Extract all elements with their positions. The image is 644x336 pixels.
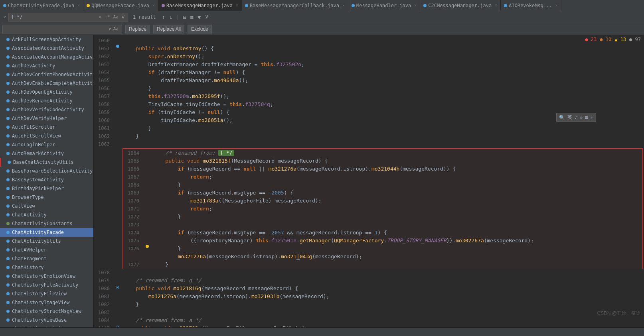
line-content: }: [151, 213, 642, 221]
sidebar-item-label: AutoLoginHelper: [12, 142, 55, 147]
sidebar-item-associatedaccount[interactable]: AssociatedAccountActivity: [0, 44, 93, 53]
line-number: 1062: [94, 132, 114, 140]
exclude-button[interactable]: Exclude: [188, 25, 212, 33]
filter-icon[interactable]: ⊻: [203, 14, 210, 20]
tab-close-icon[interactable]: ×: [236, 3, 238, 8]
next-result-btn[interactable]: ↓: [168, 14, 174, 20]
code-line-1069: 1069 if (messageRecord.msgtype == -2005)…: [123, 189, 642, 197]
tab-basemessagemanagercallback[interactable]: BaseMessageManagerCallback.java ×: [242, 0, 348, 11]
tab-messagehandler[interactable]: MessageHandler.java ×: [348, 0, 420, 11]
search-toggle-icon[interactable]: ⌕: [2, 14, 7, 20]
sidebar-item-birthdaypick[interactable]: BirthdayPickHelper: [0, 184, 93, 193]
sidebar-item-baseforward[interactable]: BaseForwardSelectionActivity: [0, 167, 93, 175]
input-arrow[interactable]: »: [580, 115, 583, 120]
case-preserve-icon[interactable]: Aa: [113, 26, 119, 31]
input-music[interactable]: ♪: [575, 115, 577, 120]
prev-result-btn[interactable]: ↑: [160, 14, 166, 20]
sidebar-item-autoremark[interactable]: AutoRemarkActivity: [0, 149, 93, 158]
sidebar-item-label: ChatActivity: [12, 212, 47, 218]
line-number: 1052: [94, 53, 114, 61]
sidebar-item-callview[interactable]: CallView: [0, 202, 93, 210]
search-input[interactable]: [11, 14, 97, 20]
sidebar-item-autologin[interactable]: AutoLoginHelper: [0, 140, 93, 149]
sidebar-item-chathistoryfile-activity[interactable]: ChatHistoryFileActivity: [0, 281, 93, 289]
line-content: TinyIdCache tinyIdCache = this.f327504q;: [122, 100, 644, 108]
watermark: CSDN @开始、征途: [597, 310, 641, 317]
sidebar-dot: [6, 318, 10, 322]
warning-count: ● 10: [600, 37, 611, 42]
tab-close-icon[interactable]: ×: [342, 3, 345, 8]
sidebar-item-chathistoryemotion[interactable]: ChatHistoryEmotionView: [0, 272, 93, 281]
tab-label: BaseMessageManager.java: [166, 3, 233, 8]
input-english[interactable]: 英: [567, 114, 572, 121]
sidebar-item-basesystem[interactable]: BaseSystemActivity: [0, 175, 93, 184]
line-number: 1073: [123, 221, 143, 229]
sidebar-item-chatactivity[interactable]: ChatActivity: [0, 210, 93, 219]
sidebar-item-chatfragment[interactable]: ChatFragment: [0, 254, 93, 263]
tab-close-icon[interactable]: ×: [555, 3, 558, 8]
sidebar-item-chathistoryviewbase[interactable]: ChatHistoryViewBase: [0, 316, 93, 324]
tab-close-icon[interactable]: ×: [77, 3, 80, 8]
sidebar-item-label: AutoFitScrollView: [12, 133, 61, 139]
replace-button[interactable]: Replace: [125, 25, 150, 33]
sidebar-dot: [6, 169, 10, 173]
line-content: }: [151, 245, 642, 253]
sidebar-item-authdevverifycode[interactable]: AuthDevVerifyCodeActivity: [0, 105, 93, 114]
sidebar-item-autofitscrollview[interactable]: AutoFitScrollView: [0, 132, 93, 140]
sidebar-item-basechat[interactable]: BaseChatActivityUtils: [0, 158, 93, 167]
clear-search-icon[interactable]: ×: [98, 14, 103, 20]
replace-input[interactable]: [5, 26, 108, 32]
word-icon[interactable]: W: [121, 14, 125, 20]
sidebar-item-chathistory[interactable]: ChatHistory: [0, 263, 93, 272]
close-search-btn[interactable]: ▼: [196, 14, 202, 20]
sidebar-item-chathistorystruct[interactable]: ChatHistoryStructMsgView: [0, 307, 93, 316]
input-chinese[interactable]: 🔍: [559, 115, 565, 120]
sidebar-item-chatactivityutils[interactable]: ChatActivityUtils: [0, 237, 93, 246]
tab-close-icon[interactable]: ×: [414, 3, 417, 8]
replace-toggle-icon[interactable]: ↺: [108, 26, 113, 31]
sidebar-item-chatactivityfacade[interactable]: ChatActivityFacade: [0, 228, 93, 237]
regex-icon[interactable]: .*: [104, 14, 111, 20]
input-up[interactable]: ↑: [591, 115, 593, 120]
sidebar-item-authdevverifyhelper[interactable]: AuthDevVerifyHelper: [0, 114, 93, 123]
tab-chatactivityfacade[interactable]: ChatActivityFacade.java ×: [0, 0, 83, 11]
code-line-1072: 1072 }: [123, 213, 642, 221]
tab-basemessagemanager[interactable]: BaseMessageManager.java ×: [158, 0, 242, 11]
line-content: }: [122, 132, 644, 140]
sidebar-item-chatsetting[interactable]: ChatSettingActivity: [0, 324, 93, 327]
sidebar-item-chatactivityconstants[interactable]: ChatActivityConstants: [0, 219, 93, 228]
tab-close-icon[interactable]: ×: [495, 3, 497, 8]
sidebar-item-authdevconfirm[interactable]: AuthDevConfirmPhoneNoActivity: [0, 70, 93, 79]
line-number: 1063: [94, 140, 114, 148]
sidebar-item-label: BirthdayPickHelper: [12, 186, 64, 191]
sidebar-item-authdev[interactable]: AuthDevActivity: [0, 61, 93, 70]
sidebar-dot: [6, 310, 10, 313]
replace-all-button[interactable]: Replace All: [153, 25, 184, 33]
input-keyboard[interactable]: ⊞: [585, 115, 588, 120]
sidebar-item-chathistoryfileview[interactable]: ChatHistoryFileView: [0, 289, 93, 298]
sidebar-item-label: ChatHistoryStructMsgView: [12, 308, 81, 314]
tab-close-icon[interactable]: ×: [152, 3, 155, 8]
sidebar-item-authdevenable[interactable]: AuthDevEnableCompleteActivity: [0, 79, 93, 88]
tab-c2cmessagemanager[interactable]: C2CMessageManager.java ×: [420, 0, 501, 11]
sidebar-item-autofitscroller[interactable]: AutoFitScroller: [0, 123, 93, 132]
sidebar-item-arkfullscreen[interactable]: ArkFullScreenAppActivity: [0, 35, 93, 44]
tab-qqmessagefacade[interactable]: QQMessageFacade.java ×: [83, 0, 158, 11]
sidebar-item-browsertype[interactable]: BrowserType: [0, 193, 93, 202]
sidebar-item-authdevopen[interactable]: AuthDevOpenUgActivity: [0, 88, 93, 96]
line-content: /* renamed from: g */: [122, 277, 644, 285]
tab-label: C2CMessageManager.java: [428, 3, 492, 8]
sidebar-item-chatavhelper[interactable]: ChatAVHelper: [0, 246, 93, 254]
line-number: 1075: [123, 237, 143, 245]
search-result-count: 1 result: [130, 14, 159, 20]
filter-btn[interactable]: ⊟: [182, 14, 187, 20]
code-editor[interactable]: 1050 1051 public void onDestroy() { 1052…: [94, 35, 644, 327]
settings-btn[interactable]: ≡: [189, 14, 195, 20]
case-icon[interactable]: Aa: [113, 14, 119, 20]
sidebar-item-associatedaccountmanage[interactable]: AssociatedAccountManageActivity: [0, 53, 93, 61]
sidebar-item-authdevrename[interactable]: AuthDevRenameActivity: [0, 96, 93, 105]
divider: |: [176, 14, 179, 20]
tab-aiorevokemsg[interactable]: AIORevokeMsg... ×: [501, 0, 561, 11]
sidebar-item-label: ChatHistoryEmotionView: [12, 273, 75, 279]
sidebar-item-chathistoryimage[interactable]: ChatHistoryImageView: [0, 298, 93, 307]
